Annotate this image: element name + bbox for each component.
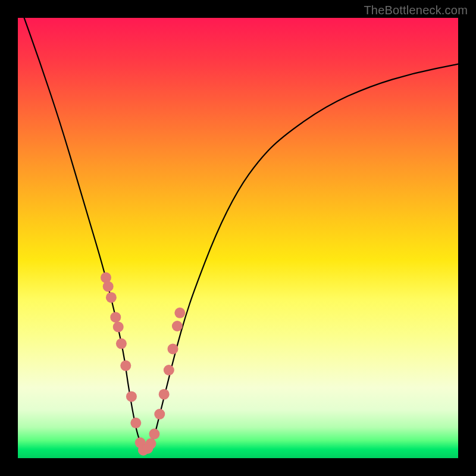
- highlight-dot: [113, 321, 124, 332]
- highlight-dot: [106, 292, 117, 303]
- chart-svg: [18, 18, 458, 458]
- highlight-dot: [172, 321, 183, 331]
- highlight-dot: [167, 343, 178, 354]
- highlight-dot: [159, 389, 170, 400]
- bottleneck-curve: [18, 0, 458, 450]
- highlight-dot: [110, 312, 121, 322]
- watermark-text: TheBottleneck.com: [364, 4, 468, 17]
- highlight-dot: [130, 418, 141, 428]
- highlight-dot: [149, 428, 159, 439]
- highlight-dot: [126, 391, 137, 402]
- outer-frame: TheBottleneck.com: [0, 0, 476, 476]
- highlight-dot: [164, 365, 174, 375]
- highlight-dot: [154, 409, 165, 419]
- highlight-dot: [120, 361, 131, 371]
- highlight-dot: [145, 439, 156, 449]
- highlight-dot: [116, 339, 127, 349]
- plot-area: [18, 18, 458, 458]
- highlight-dot: [103, 281, 114, 292]
- highlight-dot: [174, 308, 185, 318]
